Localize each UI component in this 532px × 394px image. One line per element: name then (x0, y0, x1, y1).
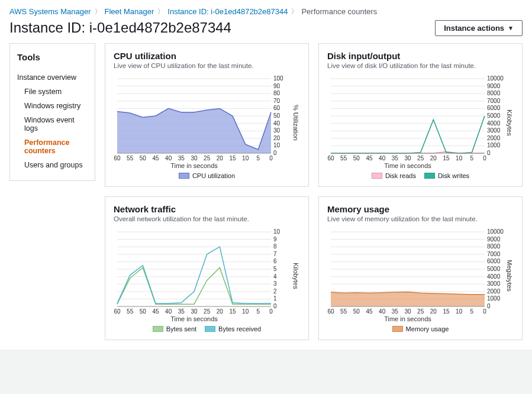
sidebar-item[interactable]: Instance overview (17, 70, 88, 85)
svg-text:2000: 2000 (487, 135, 501, 141)
svg-text:15: 15 (229, 155, 236, 162)
svg-text:8000: 8000 (487, 90, 501, 96)
svg-text:25: 25 (417, 155, 424, 162)
svg-text:100: 100 (273, 75, 283, 82)
svg-text:55: 55 (127, 308, 134, 315)
svg-text:0: 0 (269, 155, 273, 162)
svg-text:55: 55 (340, 308, 347, 315)
svg-text:9000: 9000 (487, 83, 501, 89)
y-axis-label: Megabytes (506, 260, 513, 292)
svg-text:Time in seconds: Time in seconds (170, 315, 218, 322)
panel-subtitle: Live view of memory utilization for the … (327, 215, 514, 222)
svg-text:3: 3 (273, 280, 277, 287)
panel-subtitle: Overall network utilization for the last… (114, 215, 300, 222)
svg-text:90: 90 (273, 83, 280, 89)
chart-legend: Bytes sentBytes received (114, 325, 300, 332)
svg-text:Time in seconds: Time in seconds (384, 315, 431, 322)
legend-item: Disk reads (372, 172, 416, 179)
breadcrumb-link[interactable]: AWS Systems Manager (9, 7, 91, 16)
chart-legend: CPU utilization (114, 172, 300, 179)
breadcrumb-link[interactable]: Fleet Manager (105, 7, 154, 16)
legend-label: CPU utilization (192, 172, 235, 179)
svg-text:7: 7 (273, 251, 277, 257)
svg-text:20: 20 (273, 135, 280, 141)
y-axis-label: Kilobytes (292, 263, 299, 289)
svg-text:50: 50 (140, 155, 147, 162)
sidebar-item[interactable]: Users and groups (17, 158, 88, 172)
caret-down-icon: ▼ (508, 25, 514, 31)
svg-text:30: 30 (404, 308, 411, 315)
legend-swatch-icon (424, 173, 435, 179)
svg-text:25: 25 (417, 308, 424, 315)
svg-text:5: 5 (257, 155, 260, 162)
svg-text:10: 10 (242, 155, 249, 162)
sidebar-item[interactable]: File system (17, 85, 88, 99)
svg-text:55: 55 (127, 155, 134, 162)
svg-text:6: 6 (273, 258, 277, 264)
svg-text:35: 35 (392, 308, 399, 315)
panel-title: Memory usage (327, 204, 514, 214)
svg-text:15: 15 (229, 308, 236, 315)
svg-text:45: 45 (366, 308, 373, 315)
svg-text:1000: 1000 (487, 142, 501, 148)
svg-text:60: 60 (273, 105, 280, 111)
breadcrumb-current: Performance counters (301, 7, 377, 16)
y-axis-label: Kilobytes (506, 109, 513, 136)
svg-text:6000: 6000 (487, 105, 501, 111)
legend-label: Bytes sent (166, 325, 196, 332)
panel-title: CPU utilization (114, 51, 300, 61)
svg-text:8: 8 (273, 243, 277, 250)
svg-text:15: 15 (443, 155, 450, 162)
legend-swatch-icon (392, 326, 403, 332)
svg-text:5: 5 (470, 155, 474, 162)
svg-text:50: 50 (140, 308, 147, 315)
svg-text:50: 50 (273, 112, 280, 119)
svg-text:15: 15 (443, 308, 450, 315)
svg-text:20: 20 (430, 155, 437, 162)
svg-text:60: 60 (327, 308, 334, 315)
instance-actions-button[interactable]: Instance actions ▼ (435, 20, 523, 36)
svg-text:0: 0 (273, 303, 277, 309)
sidebar-item[interactable]: Windows event logs (17, 113, 88, 135)
svg-text:40: 40 (379, 155, 386, 162)
svg-text:55: 55 (340, 155, 347, 162)
legend-swatch-icon (179, 173, 189, 179)
svg-text:30: 30 (191, 308, 198, 315)
svg-text:45: 45 (152, 155, 159, 162)
panel-title: Disk input/output (327, 51, 514, 61)
breadcrumb-link[interactable]: Instance ID: i-0e1ed4872b2e87344 (167, 7, 288, 16)
svg-text:0: 0 (269, 308, 273, 315)
svg-text:45: 45 (152, 308, 159, 315)
panel-memory: Memory usageLive view of memory utilizat… (318, 196, 523, 340)
svg-text:4000: 4000 (487, 120, 501, 127)
chevron-right-icon: 〉 (95, 7, 101, 16)
legend-item: Bytes received (205, 325, 261, 332)
panel-title: Network traffic (114, 204, 300, 214)
legend-label: Disk reads (385, 172, 416, 179)
svg-text:60: 60 (114, 308, 121, 315)
chart-disk: 0100020003000400050006000700080009000100… (327, 75, 505, 170)
sidebar-item[interactable]: Windows registry (17, 99, 88, 113)
svg-text:7000: 7000 (487, 98, 501, 104)
panel-cpu: CPU utilizationLive view of CPU utilizat… (105, 43, 309, 187)
svg-text:4000: 4000 (487, 273, 501, 280)
legend-label: Bytes received (218, 325, 261, 332)
svg-text:1: 1 (273, 295, 277, 302)
svg-text:50: 50 (353, 308, 360, 315)
svg-text:4: 4 (273, 273, 277, 280)
legend-swatch-icon (153, 326, 163, 332)
chart-network: 012345678910605550454035302520151050Time… (114, 228, 291, 323)
chevron-right-icon: 〉 (291, 7, 298, 16)
svg-text:40: 40 (165, 155, 172, 162)
svg-text:Time in seconds: Time in seconds (384, 162, 431, 169)
svg-text:7000: 7000 (487, 251, 501, 257)
svg-text:Time in seconds: Time in seconds (170, 162, 218, 169)
svg-text:3000: 3000 (487, 127, 501, 134)
sidebar-item[interactable]: Performance counters (17, 135, 88, 158)
panel-subtitle: Live view of disk I/O utilization for th… (327, 62, 514, 69)
svg-text:5000: 5000 (487, 266, 501, 272)
svg-text:80: 80 (273, 90, 280, 96)
svg-text:50: 50 (353, 155, 360, 162)
svg-text:40: 40 (379, 308, 386, 315)
svg-text:10000: 10000 (487, 75, 504, 82)
